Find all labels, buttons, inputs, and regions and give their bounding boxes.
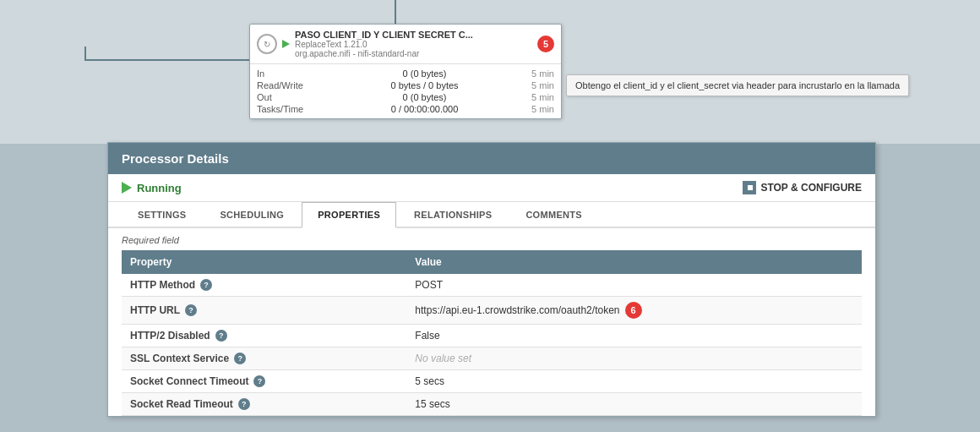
property-name: Socket Connect Timeout?: [130, 375, 398, 387]
processor-node-row-tasks: Tasks/Time 0 / 00:00:00.000 5 min: [257, 103, 554, 115]
processor-details-title: Processor Details: [122, 151, 229, 166]
property-value: False: [415, 330, 439, 342]
properties-table: Property Value HTTP Method?POSTHTTP URL?…: [122, 250, 862, 416]
tab-scheduling[interactable]: SCHEDULING: [204, 202, 300, 227]
row-label-tasks: Tasks/Time: [257, 104, 324, 114]
tab-settings[interactable]: SETTINGS: [122, 202, 202, 227]
table-row: SSL Context Service?No value set: [122, 347, 862, 370]
row-label-in: In: [257, 68, 324, 79]
help-icon[interactable]: ?: [200, 279, 212, 291]
processor-tooltip: Obtengo el client_id y el client_secret …: [566, 74, 909, 96]
property-name-cell: Socket Connect Timeout?: [122, 370, 406, 393]
col-value: Value: [406, 250, 862, 274]
property-name-cell: HTTP Method?: [122, 274, 406, 297]
row-time-rw: 5 min: [531, 80, 554, 90]
processor-node-body: In 0 (0 bytes) 5 min Read/Write 0 bytes …: [250, 64, 561, 118]
table-row: HTTP/2 Disabled?False: [122, 325, 862, 347]
property-badge: 6: [625, 302, 642, 319]
stop-configure-button[interactable]: ⏹ STOP & CONFIGURE: [743, 181, 862, 194]
stop-icon: ⏹: [743, 181, 756, 194]
property-value-cell: https://api.eu-1.crowdstrike.com/oauth2/…: [406, 297, 862, 325]
property-name-cell: HTTP URL?: [122, 297, 406, 325]
property-name: SSL Context Service?: [130, 353, 398, 364]
processor-details-header: Processor Details: [108, 143, 875, 174]
row-value-tasks: 0 / 00:00:00.000: [391, 104, 459, 114]
property-value-cell: 15 secs: [406, 393, 862, 416]
property-name: HTTP Method?: [130, 279, 398, 291]
tooltip-text: Obtengo el client_id y el client_secret …: [575, 80, 900, 90]
processor-node-badge: 5: [537, 36, 554, 52]
property-value-cell: No value set: [406, 347, 862, 370]
row-label-out: Out: [257, 92, 324, 102]
required-field-label: Required field: [122, 235, 862, 245]
left-connector-line: [84, 59, 249, 61]
tabs-bar: SETTINGS SCHEDULING PROPERTIES RELATIONS…: [108, 202, 875, 228]
row-value-out: 0 (0 bytes): [403, 92, 447, 102]
property-name: Socket Read Timeout?: [130, 398, 398, 410]
row-label-rw: Read/Write: [257, 80, 324, 90]
property-name-cell: Socket Read Timeout?: [122, 393, 406, 416]
property-name-cell: SSL Context Service?: [122, 347, 406, 370]
processor-node-row-in: In 0 (0 bytes) 5 min: [257, 68, 554, 79]
connector-arrow: [395, 0, 396, 25]
processor-details-panel: Processor Details Running ⏹ STOP & CONFI…: [107, 142, 876, 417]
row-time-tasks: 5 min: [531, 104, 554, 114]
property-value-cell: False: [406, 325, 862, 347]
tab-properties[interactable]: PROPERTIES: [302, 202, 396, 228]
help-icon[interactable]: ?: [234, 353, 246, 364]
stop-configure-label: STOP & CONFIGURE: [760, 182, 862, 194]
property-name: HTTP/2 Disabled?: [130, 330, 398, 342]
property-value-cell: POST: [406, 274, 862, 297]
table-row: Socket Connect Timeout?5 secs: [122, 370, 862, 393]
processor-node-card: ↻ PASO CLIENT_ID Y CLIENT SECRET C... Re…: [249, 24, 562, 119]
running-label: Running: [137, 182, 182, 194]
processor-details-toolbar: Running ⏹ STOP & CONFIGURE: [108, 174, 875, 202]
tab-comments[interactable]: COMMENTS: [509, 202, 598, 227]
no-value-text: No value set: [415, 353, 471, 364]
property-name: HTTP URL?: [130, 304, 398, 316]
running-play-icon: [122, 182, 132, 194]
processor-node-row-out: Out 0 (0 bytes) 5 min: [257, 91, 554, 103]
property-value: POST: [415, 279, 443, 291]
property-value-cell: 5 secs: [406, 370, 862, 393]
col-property: Property: [122, 250, 406, 274]
row-time-in: 5 min: [531, 68, 554, 79]
processor-node-subtitle2: org.apache.nifi - nifi-standard-nar: [295, 49, 473, 58]
row-value-in: 0 (0 bytes): [403, 68, 447, 79]
table-row: HTTP URL?https://api.eu-1.crowdstrike.co…: [122, 297, 862, 325]
row-time-out: 5 min: [531, 92, 554, 102]
table-row: HTTP Method?POST: [122, 274, 862, 297]
table-header-row: Property Value: [122, 250, 862, 274]
help-icon[interactable]: ?: [253, 375, 265, 387]
tab-relationships[interactable]: RELATIONSHIPS: [398, 202, 508, 227]
table-row: Socket Read Timeout?15 secs: [122, 393, 862, 416]
processor-node-title: PASO CLIENT_ID Y CLIENT SECRET C...: [295, 30, 473, 40]
property-value: https://api.eu-1.crowdstrike.com/oauth2/…: [415, 304, 619, 316]
property-value: 5 secs: [415, 375, 444, 387]
property-value: 15 secs: [415, 398, 449, 410]
table-scroll-area: Property Value HTTP Method?POSTHTTP URL?…: [122, 250, 862, 416]
processor-node-play-icon: [282, 40, 290, 48]
help-icon[interactable]: ?: [185, 304, 197, 316]
property-name-cell: HTTP/2 Disabled?: [122, 325, 406, 347]
row-value-rw: 0 bytes / 0 bytes: [390, 80, 458, 90]
processor-node-row-readwrite: Read/Write 0 bytes / 0 bytes 5 min: [257, 79, 554, 91]
processor-node-subtitle1: ReplaceText 1.21.0: [295, 40, 473, 49]
properties-section: Required field Property Value HTTP Metho…: [108, 228, 875, 416]
help-icon[interactable]: ?: [238, 398, 250, 410]
processor-node-refresh-icon: ↻: [257, 34, 277, 54]
help-icon[interactable]: ?: [215, 330, 227, 342]
running-indicator: Running: [122, 182, 182, 194]
